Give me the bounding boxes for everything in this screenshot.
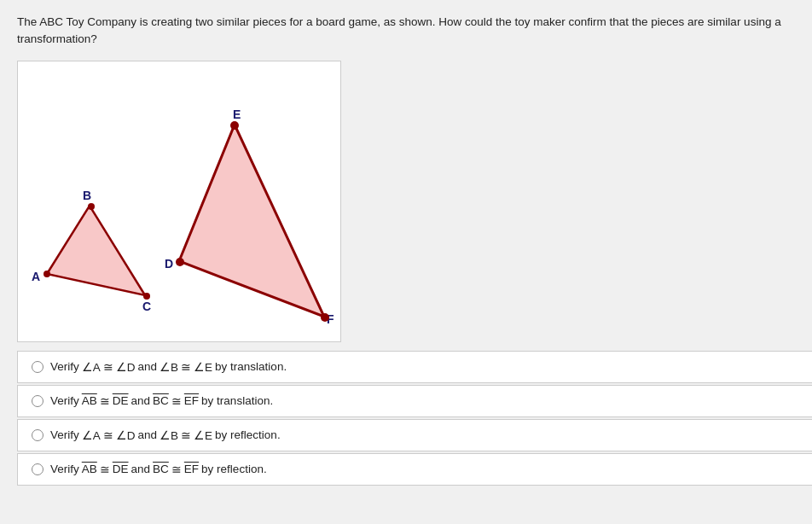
right-panel [341,61,795,342]
svg-point-4 [88,203,95,210]
option-4-row[interactable]: Verify AB ≅ DE and BC ≅ EF by reflection… [17,453,812,486]
option-2-row[interactable]: Verify AB ≅ DE and BC ≅ EF by translatio… [17,385,812,417]
option-2-radio[interactable] [32,395,44,407]
option-1-text: Verify ∠A ≅ ∠D and ∠B ≅ ∠E by translatio… [50,360,287,374]
svg-marker-7 [179,125,324,317]
question-text: The ABC Toy Company is creating two simi… [17,14,795,49]
answer-options: Verify ∠A ≅ ∠D and ∠B ≅ ∠E by translatio… [17,351,795,486]
svg-text:E: E [233,108,241,121]
svg-text:D: D [165,257,173,271]
svg-point-12 [176,258,184,266]
svg-text:B: B [83,189,91,202]
svg-point-6 [143,293,150,300]
option-4-text: Verify AB ≅ DE and BC ≅ EF by reflection… [50,463,267,476]
option-3-radio[interactable] [32,429,44,441]
diagram-panel: A B C E D F [17,61,341,342]
svg-point-5 [44,271,50,277]
svg-point-11 [230,121,239,130]
content-area: A B C E D F [17,61,795,342]
svg-text:C: C [142,300,151,313]
triangles-svg: A B C E D F [21,69,337,334]
option-3-row[interactable]: Verify ∠A ≅ ∠D and ∠B ≅ ∠E by reflection… [17,419,812,451]
option-4-radio[interactable] [32,463,44,475]
svg-marker-0 [47,206,145,295]
svg-text:A: A [32,270,40,283]
option-2-text: Verify AB ≅ DE and BC ≅ EF by translatio… [50,394,273,408]
main-container: The ABC Toy Company is creating two simi… [0,0,812,501]
option-1-row[interactable]: Verify ∠A ≅ ∠D and ∠B ≅ ∠E by translatio… [17,351,812,383]
option-1-radio[interactable] [32,361,44,373]
option-3-text: Verify ∠A ≅ ∠D and ∠B ≅ ∠E by reflection… [50,428,281,442]
svg-point-13 [321,313,329,322]
